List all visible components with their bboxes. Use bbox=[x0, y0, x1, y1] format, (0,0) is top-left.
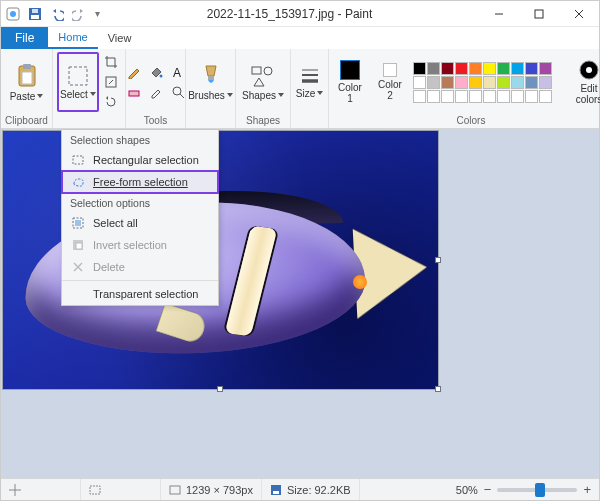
color-swatch[interactable] bbox=[427, 76, 440, 89]
color-swatch[interactable] bbox=[483, 76, 496, 89]
tab-file[interactable]: File bbox=[1, 27, 48, 49]
size-label: Size bbox=[296, 88, 315, 99]
zoom-control: 50% − + bbox=[448, 482, 599, 497]
shapes-button[interactable]: Shapes bbox=[242, 53, 284, 111]
group-size: Size . bbox=[291, 49, 329, 128]
crosshair-icon bbox=[9, 484, 21, 496]
color-swatch[interactable] bbox=[469, 76, 482, 89]
maximize-button[interactable] bbox=[519, 1, 559, 27]
group-label-shapes: Shapes bbox=[236, 115, 290, 128]
shapes-icon bbox=[250, 64, 276, 88]
fill-icon[interactable] bbox=[148, 64, 164, 80]
rotate-icon[interactable] bbox=[103, 94, 119, 110]
color1-button[interactable]: Color 1 bbox=[333, 53, 367, 111]
color-swatch[interactable] bbox=[497, 76, 510, 89]
color-swatch[interactable] bbox=[511, 76, 524, 89]
color-swatch[interactable] bbox=[511, 62, 524, 75]
color-swatch[interactable] bbox=[483, 90, 496, 103]
quick-access-toolbar: ▾ bbox=[5, 6, 100, 22]
color-swatch[interactable] bbox=[413, 90, 426, 103]
zoom-in-button[interactable]: + bbox=[583, 482, 591, 497]
color2-swatch bbox=[383, 63, 397, 77]
select-button[interactable]: Select bbox=[60, 55, 96, 109]
color-swatch[interactable] bbox=[427, 62, 440, 75]
menu-transparent-selection[interactable]: Transparent selection bbox=[62, 283, 218, 305]
color-swatch[interactable] bbox=[455, 90, 468, 103]
edit-colors-button[interactable]: Edit colors bbox=[569, 53, 600, 111]
chevron-down-icon bbox=[278, 93, 284, 97]
paint-window: ▾ 2022-11-15_153917.jpg - Paint File Hom… bbox=[0, 0, 600, 501]
svg-rect-10 bbox=[23, 64, 31, 69]
zoom-thumb[interactable] bbox=[535, 483, 545, 497]
workarea[interactable]: Selection shapes Rectangular selection F… bbox=[1, 129, 599, 478]
color-swatch[interactable] bbox=[525, 62, 538, 75]
eraser-icon[interactable] bbox=[126, 84, 142, 100]
menu-delete: Delete bbox=[62, 256, 218, 278]
color-swatch[interactable] bbox=[413, 62, 426, 75]
color-palette[interactable] bbox=[413, 62, 563, 103]
color-swatch[interactable] bbox=[525, 90, 538, 103]
select-all-icon bbox=[70, 215, 86, 231]
minimize-button[interactable] bbox=[479, 1, 519, 27]
color2-button[interactable]: Color 2 bbox=[373, 53, 407, 111]
menu-inv-label: Invert selection bbox=[93, 239, 167, 251]
svg-rect-11 bbox=[22, 72, 32, 84]
picker-icon[interactable] bbox=[148, 84, 164, 100]
menu-select-all[interactable]: Select all bbox=[62, 212, 218, 234]
zoom-slider[interactable] bbox=[497, 488, 577, 492]
svg-rect-3 bbox=[31, 15, 39, 19]
resize-icon[interactable] bbox=[103, 74, 119, 90]
select-highlight: Select bbox=[57, 52, 99, 112]
brushes-label: Brushes bbox=[188, 90, 225, 101]
color-swatch[interactable] bbox=[455, 62, 468, 75]
svg-rect-12 bbox=[69, 67, 87, 85]
zoom-out-button[interactable]: − bbox=[484, 482, 492, 497]
redo-icon[interactable] bbox=[71, 6, 87, 22]
color-swatch[interactable] bbox=[539, 76, 552, 89]
color-swatch[interactable] bbox=[511, 90, 524, 103]
color-swatch[interactable] bbox=[539, 90, 552, 103]
color-swatch[interactable] bbox=[539, 62, 552, 75]
color-swatch[interactable] bbox=[441, 76, 454, 89]
color-swatch[interactable] bbox=[469, 90, 482, 103]
color-swatch[interactable] bbox=[427, 90, 440, 103]
window-controls bbox=[479, 1, 599, 27]
undo-icon[interactable] bbox=[49, 6, 65, 22]
color-swatch[interactable] bbox=[413, 76, 426, 89]
save-icon[interactable] bbox=[27, 6, 43, 22]
resize-handle-bottom[interactable] bbox=[217, 386, 223, 392]
color1-label: Color 1 bbox=[338, 82, 362, 104]
menu-free-form-selection[interactable]: Free-form selection bbox=[62, 171, 218, 193]
pencil-icon[interactable] bbox=[126, 64, 142, 80]
ribbon: Paste Clipboard Select . bbox=[1, 49, 599, 129]
menu-trans-label: Transparent selection bbox=[93, 288, 198, 300]
menu-rectangular-selection[interactable]: Rectangular selection bbox=[62, 149, 218, 171]
tab-view[interactable]: View bbox=[98, 27, 142, 49]
brushes-button[interactable]: Brushes bbox=[190, 53, 232, 111]
size-button[interactable]: Size bbox=[296, 53, 323, 111]
text-icon[interactable]: A bbox=[170, 64, 186, 80]
color-swatch[interactable] bbox=[441, 62, 454, 75]
paste-button[interactable]: Paste bbox=[7, 53, 46, 111]
checkbox-icon bbox=[70, 286, 86, 302]
color-swatch[interactable] bbox=[525, 76, 538, 89]
group-shapes: Shapes Shapes bbox=[236, 49, 291, 128]
rect-select-icon bbox=[70, 152, 86, 168]
crop-icon[interactable] bbox=[103, 54, 119, 70]
resize-handle-right[interactable] bbox=[435, 257, 441, 263]
group-image: Select . bbox=[53, 49, 126, 128]
resize-handle-corner[interactable] bbox=[435, 386, 441, 392]
color-swatch[interactable] bbox=[497, 62, 510, 75]
svg-rect-38 bbox=[90, 486, 100, 494]
close-button[interactable] bbox=[559, 1, 599, 27]
svg-rect-33 bbox=[76, 243, 82, 249]
color-swatch[interactable] bbox=[469, 62, 482, 75]
tab-home[interactable]: Home bbox=[48, 27, 97, 49]
color-swatch[interactable] bbox=[497, 90, 510, 103]
magnifier-icon[interactable] bbox=[170, 84, 186, 100]
color-swatch[interactable] bbox=[455, 76, 468, 89]
color-swatch[interactable] bbox=[483, 62, 496, 75]
color-swatch[interactable] bbox=[441, 90, 454, 103]
svg-rect-31 bbox=[75, 220, 81, 226]
chevron-down-icon bbox=[90, 92, 96, 96]
